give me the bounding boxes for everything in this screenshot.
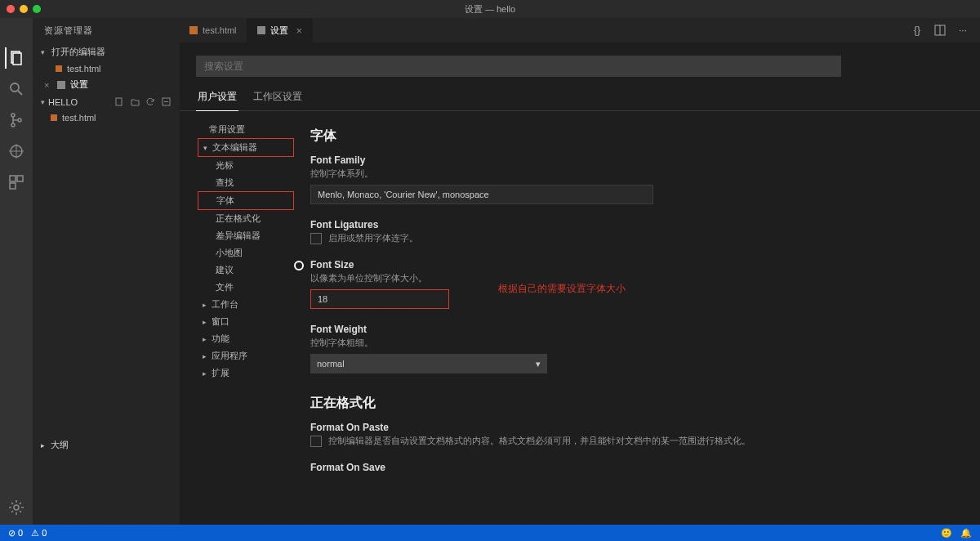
svg-rect-3 xyxy=(13,53,21,65)
window-controls xyxy=(0,5,41,13)
svg-rect-13 xyxy=(17,176,23,181)
section-title-formatting: 正在格式化 xyxy=(310,395,956,412)
setting-format-on-paste: Format On Paste 控制编辑器是否自动设置文档格式的内容。格式文档必… xyxy=(310,422,956,447)
toc-item[interactable]: 光标 xyxy=(198,157,294,174)
gear-icon[interactable] xyxy=(6,497,27,518)
collapse-icon[interactable] xyxy=(161,96,172,107)
svg-point-8 xyxy=(18,118,21,122)
toc-item[interactable]: 扩展 xyxy=(198,364,294,382)
tab-label: test.html xyxy=(203,25,237,35)
setting-font-weight: Font Weight 控制字体粗细。 normal ▾ xyxy=(310,324,956,373)
setting-label: Format On Save xyxy=(310,462,956,473)
open-editor-label: 设置 xyxy=(70,78,88,91)
tab-settings[interactable]: 设置 × xyxy=(247,18,314,42)
close-icon[interactable]: × xyxy=(296,25,303,37)
setting-format-on-save: Format On Save xyxy=(310,462,956,473)
window-title: 设置 — hello xyxy=(465,3,515,16)
open-json-icon[interactable]: {} xyxy=(910,23,924,38)
project-name: HELLO xyxy=(48,97,78,107)
html-file-icon xyxy=(189,26,198,34)
toc-item[interactable]: 小地图 xyxy=(198,244,294,262)
toc-item[interactable]: 工作台 xyxy=(198,296,294,313)
setting-font-size: Font Size 以像素为单位控制字体大小。 根据自己的需要设置字体大小 xyxy=(310,259,956,309)
explorer-icon[interactable] xyxy=(5,47,26,69)
project-section[interactable]: HELLO xyxy=(33,93,180,110)
editor-actions: {} ··· xyxy=(900,18,980,42)
source-control-icon[interactable] xyxy=(6,110,27,131)
toc-item-text-editor[interactable]: 文本编辑器 xyxy=(198,138,294,157)
setting-label: Font Weight xyxy=(310,324,956,335)
setting-label: Font Size xyxy=(310,259,956,270)
close-icon[interactable]: × xyxy=(44,80,49,90)
settings-toc: 常用设置 文本编辑器 光标 查找 字体 正在格式化 差异编辑器 小地图 建议 文… xyxy=(180,111,294,525)
split-editor-icon[interactable] xyxy=(933,23,947,38)
extensions-icon[interactable] xyxy=(6,172,27,193)
format-on-paste-checkbox[interactable] xyxy=(310,436,322,447)
svg-point-7 xyxy=(11,123,15,127)
explorer-panel: 打开的编辑器 test.html × 设置 HELLO test.html 大纲 xyxy=(33,42,180,525)
toc-item[interactable]: 建议 xyxy=(198,262,294,279)
new-file-icon[interactable] xyxy=(114,96,125,107)
notifications-icon[interactable]: 🔔 xyxy=(960,528,972,539)
feedback-icon[interactable]: 🙂 xyxy=(941,528,952,539)
tab-label: 设置 xyxy=(270,25,288,37)
new-folder-icon[interactable] xyxy=(130,96,140,107)
toc-item[interactable]: 应用程序 xyxy=(198,347,294,364)
toc-item[interactable]: 查找 xyxy=(198,174,294,191)
debug-icon[interactable] xyxy=(6,141,27,162)
close-window-icon[interactable] xyxy=(7,5,15,13)
status-warnings[interactable]: ⚠ 0 xyxy=(31,528,47,539)
status-bar: ⊘ 0 ⚠ 0 🙂 🔔 xyxy=(0,525,980,541)
outline-label: 大纲 xyxy=(51,440,69,449)
settings-file-icon xyxy=(57,81,65,89)
setting-label: Font Family xyxy=(310,154,956,166)
more-actions-icon[interactable]: ··· xyxy=(956,23,970,38)
tab-test-html[interactable]: test.html xyxy=(180,18,247,42)
toc-item[interactable]: 常用设置 xyxy=(198,121,294,138)
section-title-font: 字体 xyxy=(310,127,956,145)
svg-rect-16 xyxy=(116,98,122,105)
svg-point-4 xyxy=(11,83,19,92)
open-editor-label: test.html xyxy=(67,64,101,74)
setting-font-family: Font Family 控制字体系列。 xyxy=(310,154,956,204)
search-icon[interactable] xyxy=(6,78,27,100)
svg-point-6 xyxy=(11,114,15,117)
setting-desc: 控制编辑器是否自动设置文档格式的内容。格式文档必须可用，并且能针对文档中的某一范… xyxy=(328,436,751,445)
toc-item[interactable]: 窗口 xyxy=(198,313,294,330)
annotation-text: 根据自己的需要设置字体大小 xyxy=(498,282,626,296)
tab-user-settings[interactable]: 用户设置 xyxy=(196,85,238,111)
open-editor-item[interactable]: × 设置 xyxy=(33,76,180,93)
setting-label: Format On Paste xyxy=(310,422,956,433)
top-row: 资源管理器 test.html 设置 × {} ··· xyxy=(0,18,980,42)
toc-item[interactable]: 差异编辑器 xyxy=(198,227,294,244)
settings-body: 常用设置 文本编辑器 光标 查找 字体 正在格式化 差异编辑器 小地图 建议 文… xyxy=(180,111,980,525)
setting-font-ligatures: Font Ligatures 启用或禁用字体连字。 xyxy=(310,219,956,244)
editor-tabs: test.html 设置 × xyxy=(180,18,900,42)
font-weight-select[interactable]: normal ▾ xyxy=(310,354,547,373)
maximize-window-icon[interactable] xyxy=(33,5,41,13)
open-editors-section[interactable]: 打开的编辑器 xyxy=(33,42,180,61)
settings-file-icon xyxy=(257,26,265,34)
settings-content: 字体 Font Family 控制字体系列。 Font Ligatures 启用… xyxy=(294,111,980,525)
tab-workspace-settings[interactable]: 工作区设置 xyxy=(252,85,304,110)
minimize-window-icon[interactable] xyxy=(20,5,28,13)
toc-item[interactable]: 正在格式化 xyxy=(198,210,294,227)
toc-item-font[interactable]: 字体 xyxy=(198,191,294,210)
ligatures-checkbox[interactable] xyxy=(310,233,322,244)
settings-editor: 用户设置 工作区设置 常用设置 文本编辑器 光标 查找 字体 正在格式化 差异编… xyxy=(180,42,980,525)
svg-point-15 xyxy=(14,505,19,510)
svg-rect-12 xyxy=(10,176,16,181)
settings-search-input[interactable] xyxy=(196,56,841,77)
status-errors[interactable]: ⊘ 0 xyxy=(8,528,23,539)
modified-indicator-icon xyxy=(294,261,304,270)
toc-item[interactable]: 文件 xyxy=(198,279,294,296)
setting-desc: 控制字体系列。 xyxy=(310,168,956,180)
svg-line-5 xyxy=(18,91,22,95)
font-family-input[interactable] xyxy=(310,185,653,204)
toc-item[interactable]: 功能 xyxy=(198,330,294,347)
outline-section[interactable]: 大纲 xyxy=(33,436,180,454)
file-item[interactable]: test.html xyxy=(33,110,180,125)
font-size-input[interactable] xyxy=(310,289,449,309)
open-editor-item[interactable]: test.html xyxy=(33,61,180,76)
refresh-icon[interactable] xyxy=(145,96,156,107)
